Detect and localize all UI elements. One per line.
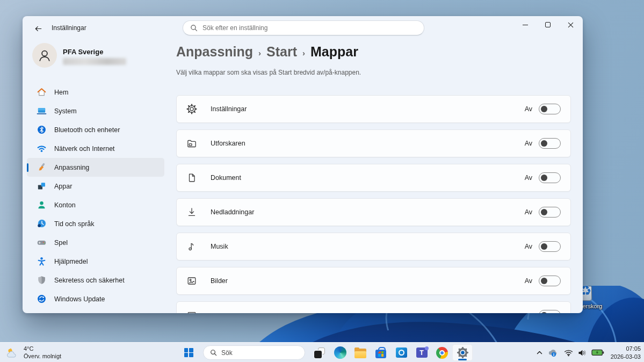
folder-icon (186, 138, 198, 149)
taskbar-clock[interactable]: 07:05 2026-03-03 (611, 345, 641, 361)
sidebar-item-konton[interactable]: Konton (27, 196, 164, 214)
sidebar-item-hem[interactable]: Hem (27, 83, 164, 102)
settings-app-button[interactable] (452, 344, 473, 361)
start-button[interactable] (178, 344, 199, 361)
maximize-button[interactable] (537, 16, 559, 33)
download-icon (186, 207, 198, 218)
sidebar-item-label: Hjälpmedel (54, 258, 88, 265)
chevron-right-icon: › (302, 46, 305, 57)
row-nedladdningar: Nedladdningar Av (176, 198, 571, 226)
sidebar-item-label: Sekretess och säkerhet (54, 277, 125, 284)
close-icon (567, 21, 574, 28)
weather-temp: 4°C (24, 345, 61, 352)
toggle-state-label: Av (525, 208, 532, 216)
minimize-icon (523, 25, 528, 25)
settings-content: Anpassning › Start › Mappar Välj vilka m… (176, 44, 571, 313)
sidebar-item-label: Appar (54, 183, 72, 190)
task-view-button[interactable] (309, 344, 330, 361)
clock-globe-icon (37, 219, 47, 229)
volume-tray-icon[interactable] (578, 349, 587, 357)
user-name: PFA Sverige (63, 48, 126, 56)
sidebar-item-label: Konton (54, 201, 76, 209)
apps-icon (37, 181, 47, 191)
sidebar-item-hjalpmedel[interactable]: Hjälpmedel (27, 252, 164, 271)
chevron-right-icon: › (258, 46, 261, 57)
image-icon (186, 276, 198, 286)
toggle-switch-musik[interactable] (539, 241, 561, 252)
sidebar-item-appar[interactable]: Appar (27, 177, 164, 196)
row-label: Nedladdningar (211, 208, 525, 216)
microsoft-store-button[interactable] (371, 344, 391, 361)
video-icon (186, 310, 198, 313)
toggle-knob (541, 243, 547, 250)
back-button[interactable] (30, 21, 46, 35)
toggle-knob (541, 106, 547, 112)
toggle-switch-installningar[interactable] (539, 104, 561, 114)
breadcrumb-anpassning[interactable]: Anpassning (176, 44, 253, 60)
taskbar-search[interactable]: Sök (203, 345, 305, 360)
settings-search-box[interactable] (183, 20, 424, 35)
page-subtitle: Välj vilka mappar som ska visas på Start… (176, 69, 571, 76)
onedrive-tray-icon[interactable] (547, 348, 559, 357)
row-dokument: Dokument Av (176, 164, 571, 192)
wifi-tray-icon[interactable] (564, 349, 573, 357)
taskbar-center: Sök (178, 344, 473, 361)
edge-button[interactable] (330, 344, 350, 361)
row-bilder: Bilder Av (176, 267, 571, 295)
chrome-button[interactable] (432, 344, 452, 361)
sidebar-item-windows-update[interactable]: Windows Update (27, 289, 164, 308)
close-button[interactable] (559, 16, 582, 33)
teams-icon: T (416, 347, 428, 358)
weather-condition: Överv. molnigt (24, 353, 61, 360)
toggle-state-label: Av (525, 140, 532, 147)
user-account-card[interactable]: PFA Sverige (32, 43, 126, 68)
toggle-knob (541, 209, 547, 215)
tray-overflow-button[interactable] (537, 350, 542, 355)
shield-icon (37, 275, 47, 285)
toggle-switch[interactable] (539, 310, 561, 313)
settings-search-input[interactable] (202, 24, 417, 32)
sidebar-item-label: Bluetooth och enheter (54, 126, 120, 134)
wifi-icon (37, 143, 47, 154)
toggle-state-label: Av (525, 105, 532, 113)
settings-sidebar: Hem System Bluetooth och en (27, 83, 164, 308)
breadcrumb: Anpassning › Start › Mappar (176, 44, 571, 60)
outlook-button[interactable] (391, 344, 411, 361)
toggle-switch-utforskaren[interactable] (539, 138, 561, 149)
search-icon (190, 24, 198, 32)
sidebar-item-anpassning[interactable]: Anpassning (27, 158, 164, 177)
weather-widget[interactable]: 4°C Överv. molnigt (5, 343, 61, 362)
sidebar-item-tid-och-sprak[interactable]: Tid och språk (27, 214, 164, 233)
row-label: Musik (211, 243, 525, 250)
clock-time: 07:05 (611, 345, 641, 353)
sidebar-item-spel[interactable]: Spel (27, 233, 164, 252)
toggle-switch-nedladdningar[interactable] (539, 207, 561, 218)
file-explorer-button[interactable] (350, 344, 371, 361)
sidebar-item-natverk-och-internet[interactable]: Nätverk och Internet (27, 139, 164, 158)
row-label: Dokument (211, 174, 525, 182)
row-label: Utforskaren (211, 140, 525, 147)
desktop: ♻ Papperskorg Inställningar (0, 0, 644, 362)
toggle-knob (541, 140, 547, 147)
task-view-icon (314, 347, 325, 358)
toggle-switch-bilder[interactable] (539, 276, 561, 286)
user-email-redacted (63, 58, 126, 65)
sidebar-item-sekretess-och-sakerhet[interactable]: Sekretess och säkerhet (27, 271, 164, 289)
teams-button[interactable]: T (411, 344, 432, 361)
sidebar-item-bluetooth-och-enheter[interactable]: Bluetooth och enheter (27, 120, 164, 139)
minimize-button[interactable] (514, 16, 537, 33)
sidebar-item-label: Windows Update (54, 295, 105, 303)
sidebar-item-label: Hem (54, 89, 68, 96)
toggle-switch-dokument[interactable] (539, 172, 561, 183)
sidebar-item-label: Spel (54, 239, 68, 247)
battery-tray-icon[interactable] (591, 349, 604, 356)
outlook-icon (396, 347, 407, 358)
row-musik: Musik Av (176, 233, 571, 260)
sidebar-item-system[interactable]: System (27, 102, 164, 120)
clock-date: 2026-03-03 (611, 353, 641, 361)
microsoft-store-icon (375, 350, 386, 358)
sidebar-item-label: System (54, 107, 77, 115)
row-label: Bilder (211, 277, 525, 285)
file-explorer-icon (354, 347, 366, 358)
breadcrumb-start[interactable]: Start (266, 44, 297, 60)
